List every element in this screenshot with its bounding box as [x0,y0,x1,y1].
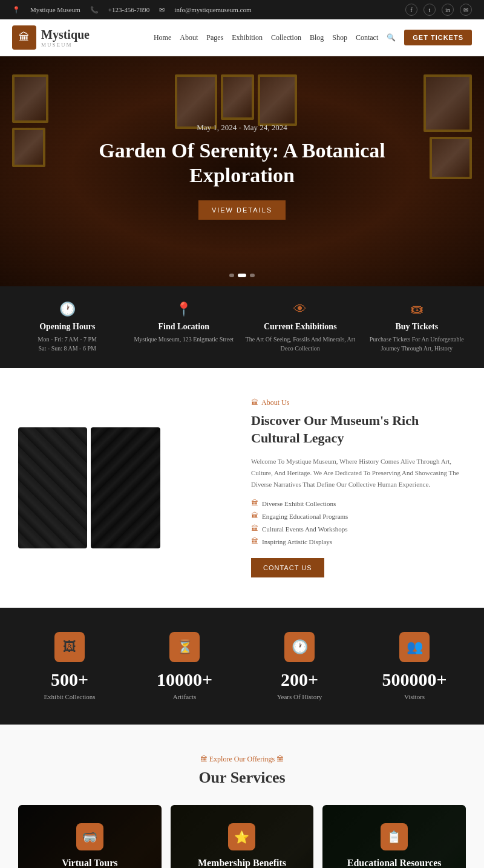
artifacts-icon: ⏳ [169,632,200,662]
info-title-2: Find Location [129,322,240,332]
social-links[interactable]: f t in ✉ [405,4,472,16]
contact-us-button[interactable]: CONTACT US [251,558,324,577]
nav-blog[interactable]: Blog [310,33,324,42]
hero-content: May 1, 2024 - May 24, 2024 Garden Of Ser… [91,123,393,220]
top-bar-left: 📍 Mystique Museum 📞 +123-456-7890 ✉ info… [12,6,252,14]
email-icon: ✉ [159,6,165,14]
info-bar: 🕐 Opening Hours Mon - Fri: 7 AM - 7 PMSa… [0,286,484,368]
painting-5 [258,74,297,126]
facebook-icon[interactable]: f [405,4,417,16]
nav-shop[interactable]: Shop [332,33,347,42]
stat-label-3: Years Of History [242,693,357,700]
educational-icon: 📋 [381,823,408,850]
painting-7 [430,137,472,179]
about-list-item-2: Engaging Educational Programs [251,511,466,521]
hero-date: May 1, 2024 - May 24, 2024 [91,123,393,133]
location-icon: 📍 [12,6,21,14]
email-address: info@mystiquemuseum.com [174,6,251,13]
instagram-icon[interactable]: in [442,4,454,16]
services-section: 🏛 Explore Our Offerings 🏛 Our Services 🥽… [0,725,484,868]
eye-icon: 👁 [245,301,356,317]
nav-pages[interactable]: Pages [206,33,223,42]
get-tickets-button[interactable]: GET TICKETS [404,30,472,45]
info-opening-hours: 🕐 Opening Hours Mon - Fri: 7 AM - 7 PMSa… [12,301,123,353]
about-list-item-4: Inspiring Artistic Displays [251,537,466,546]
phone-number: +123-456-7890 [108,6,150,13]
painting-4 [221,74,254,120]
twitter-icon[interactable]: t [424,4,436,16]
stat-num-3: 200+ [242,669,357,690]
stat-num-2: 10000+ [127,669,242,690]
nav-contact[interactable]: Contact [356,33,378,42]
nav-exhibition[interactable]: Exhibition [232,33,263,42]
logo-icon: 🏛 [12,25,36,50]
hero-section: May 1, 2024 - May 24, 2024 Garden Of Ser… [0,56,484,286]
stat-label-2: Artifacts [127,693,242,700]
info-desc-1: Mon - Fri: 7 AM - 7 PMSat - Sun: 8 AM - … [12,335,123,353]
info-desc-2: Mystique Museum, 123 Enigmatic Street [129,335,240,344]
educational-name: Educational Resources [332,858,457,868]
services-title: Our Services [18,769,466,787]
about-text: 🏛 About Us Discover Our Museum's Rich Cu… [251,398,466,577]
info-desc-4: Purchase Tickets For An Unforgettable Jo… [362,335,473,353]
nav-home[interactable]: Home [154,33,171,42]
location-icon-info: 📍 [129,301,240,317]
virtual-tours-icon: 🥽 [76,823,103,850]
logo-name: Mystique [41,28,90,42]
stat-history: 🕐 200+ Years Of History [242,632,357,700]
info-title-1: Opening Hours [12,322,123,332]
dot-3 [250,274,255,277]
view-details-button[interactable]: VIEW DETAILS [198,200,286,220]
service-membership: ⭐ Membership Benefits Unlock Exclusive B… [171,805,314,868]
info-location: 📍 Find Location Mystique Museum, 123 Eni… [129,301,240,353]
top-bar: 📍 Mystique Museum 📞 +123-456-7890 ✉ info… [0,0,484,19]
about-list-item-3: Cultural Events And Workshops [251,524,466,533]
stat-visitors: 👥 500000+ Visitors [357,632,472,700]
info-exhibitions: 👁 Current Exhibitions The Art Of Seeing,… [245,301,356,353]
history-icon: 🕐 [284,632,315,662]
info-title-3: Current Exhibitions [245,322,356,332]
hero-title: Garden Of Serenity: A Botanical Explorat… [91,139,393,188]
nav-collection[interactable]: Collection [271,33,301,42]
about-list-item-1: Diverse Exhibit Collections [251,499,466,508]
virtual-tours-name: Virtual Tours [27,858,152,868]
logo-sub: Museum [41,42,90,48]
about-list: Diverse Exhibit Collections Engaging Edu… [251,499,466,546]
stat-num-4: 500000+ [357,669,472,690]
painting-3 [175,74,217,129]
stat-collections: 🖼 500+ Exhibit Collections [12,632,127,700]
service-educational: 📋 Educational Resources Access Education… [322,805,466,868]
museum-name: Mystique Museum [30,6,80,13]
phone-icon: 📞 [90,6,99,14]
stat-num-1: 500+ [12,669,127,690]
clock-icon: 🕐 [12,301,123,317]
nav-about[interactable]: About [180,33,198,42]
services-grid: 🥽 Virtual Tours Explore Our Exhibitions … [18,805,466,868]
gallery-image-1 [18,427,87,548]
painting-1 [12,74,48,123]
building-icon: 🏛 [251,398,258,407]
educational-content: 📋 Educational Resources Access Education… [332,823,457,868]
dot-1 [229,274,234,277]
hero-dots [229,274,255,277]
info-tickets: 🎟 Buy Tickets Purchase Tickets For An Un… [362,301,473,353]
dot-2 [238,274,246,277]
mail-icon[interactable]: ✉ [460,4,472,16]
about-description: Welcome To Mystique Museum, Where Histor… [251,456,466,490]
services-tag: 🏛 Explore Our Offerings 🏛 [18,755,466,764]
painting-2 [12,128,45,167]
membership-name: Membership Benefits [180,858,305,868]
info-title-4: Buy Tickets [362,322,473,332]
service-virtual-tours: 🥽 Virtual Tours Explore Our Exhibitions … [18,805,162,868]
ticket-icon: 🎟 [362,301,473,317]
painting-6 [424,74,472,132]
nav-links: Home About Pages Exhibition Collection B… [154,30,472,45]
stats-bar: 🖼 500+ Exhibit Collections ⏳ 10000+ Arti… [0,608,484,725]
search-icon[interactable]: 🔍 [387,33,396,42]
navbar: 🏛 Mystique Museum Home About Pages Exhib… [0,19,484,56]
about-tag: 🏛 About Us [251,398,466,407]
collections-icon: 🖼 [54,632,85,662]
about-section: 🏛 About Us Discover Our Museum's Rich Cu… [0,368,484,608]
logo[interactable]: 🏛 Mystique Museum [12,25,90,50]
membership-icon: ⭐ [228,823,255,850]
